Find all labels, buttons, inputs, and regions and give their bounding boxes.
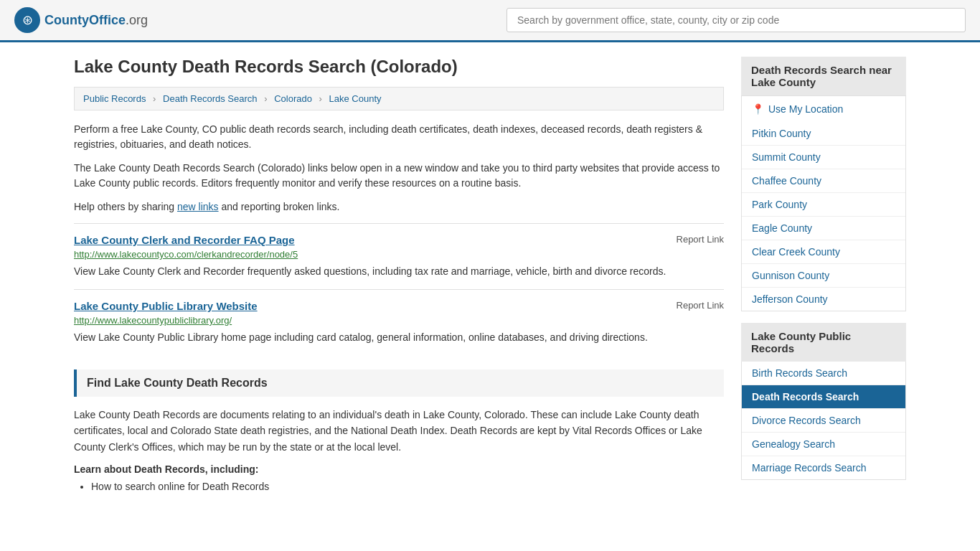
logo-icon: ⊛ [14, 7, 40, 33]
result-desc-1: View Lake County Clerk and Recorder freq… [74, 264, 724, 279]
breadcrumb-sep-1: › [153, 93, 156, 104]
sidebar-item-summit[interactable]: Summit County [742, 146, 905, 169]
list-item: Jefferson County [742, 288, 905, 311]
result-url-2[interactable]: http://www.lakecountypubliclibrary.org/ [74, 315, 724, 326]
result-item-1: Lake County Clerk and Recorder FAQ Page … [74, 223, 724, 289]
learn-list: How to search online for Death Records [74, 481, 724, 492]
breadcrumb-link-lake-county[interactable]: Lake County [329, 93, 382, 104]
breadcrumb-link-death-records[interactable]: Death Records Search [163, 93, 258, 104]
result-link-2[interactable]: Lake County Public Library Website [74, 300, 258, 312]
description-3: Help others by sharing new links and rep… [74, 199, 724, 215]
sidebar: Death Records Search near Lake County 📍 … [741, 57, 906, 495]
breadcrumb-link-colorado[interactable]: Colorado [274, 93, 312, 104]
list-item: Gunnison County [742, 264, 905, 288]
find-section-heading: Find Lake County Death Records [74, 369, 724, 397]
nearby-county-list: Pitkin County Summit County Chaffee Coun… [741, 122, 906, 311]
search-bar [507, 8, 966, 32]
use-my-location-button[interactable]: 📍 Use My Location [741, 95, 906, 122]
desc3-pre: Help others by sharing [74, 201, 177, 212]
list-item: Park County [742, 193, 905, 217]
sidebar-item-chaffee[interactable]: Chaffee County [742, 169, 905, 192]
location-icon: 📍 [752, 103, 764, 115]
list-item: Birth Records Search [742, 362, 905, 385]
result-item-2: Lake County Public Library Website Repor… [74, 289, 724, 355]
learn-item-1: How to search online for Death Records [91, 481, 724, 492]
sidebar-item-park[interactable]: Park County [742, 193, 905, 216]
list-item: Divorce Records Search [742, 409, 905, 433]
sidebar-item-eagle[interactable]: Eagle County [742, 217, 905, 240]
result-link-1[interactable]: Lake County Clerk and Recorder FAQ Page [74, 234, 295, 246]
breadcrumb: Public Records › Death Records Search › … [74, 87, 724, 110]
result-url-1[interactable]: http://www.lakecountyco.com/clerkandreco… [74, 249, 724, 260]
learn-heading: Learn about Death Records, including: [74, 463, 724, 475]
description-2: The Lake County Death Records Search (Co… [74, 161, 724, 191]
result-report-1[interactable]: Report Link [677, 234, 724, 245]
sidebar-item-death[interactable]: Death Records Search [742, 385, 905, 408]
result-desc-2: View Lake County Public Library home pag… [74, 330, 724, 345]
list-item: Genealogy Search [742, 433, 905, 456]
list-item: Eagle County [742, 217, 905, 240]
sidebar-item-jefferson[interactable]: Jefferson County [742, 288, 905, 311]
breadcrumb-sep-3: › [319, 93, 322, 104]
sidebar-public-records-title: Lake County Public Records [741, 323, 906, 362]
list-item: Clear Creek County [742, 240, 905, 264]
logo[interactable]: ⊛ CountyOffice.org [14, 7, 148, 33]
sidebar-nearby-title: Death Records Search near Lake County [741, 57, 906, 95]
list-item: Death Records Search [742, 385, 905, 409]
content-wrapper: Lake County Death Records Search (Colora… [60, 42, 920, 509]
list-item: Pitkin County [742, 122, 905, 146]
desc3-post: and reporting broken links. [219, 201, 340, 212]
find-section-body: Lake County Death Records are documents … [74, 407, 724, 455]
list-item: Summit County [742, 146, 905, 169]
breadcrumb-sep-2: › [264, 93, 267, 104]
sidebar-item-pitkin[interactable]: Pitkin County [742, 122, 905, 145]
public-records-list: Birth Records Search Death Records Searc… [741, 362, 906, 480]
main-content: Lake County Death Records Search (Colora… [74, 57, 724, 495]
breadcrumb-link-public-records[interactable]: Public Records [83, 93, 146, 104]
result-header-1: Lake County Clerk and Recorder FAQ Page … [74, 234, 724, 246]
sidebar-item-genealogy[interactable]: Genealogy Search [742, 433, 905, 456]
sidebar-item-marriage[interactable]: Marriage Records Search [742, 456, 905, 479]
sidebar-item-clear-creek[interactable]: Clear Creek County [742, 240, 905, 263]
sidebar-item-birth[interactable]: Birth Records Search [742, 362, 905, 385]
list-item: Marriage Records Search [742, 456, 905, 479]
header: ⊛ CountyOffice.org [0, 0, 980, 42]
result-report-2[interactable]: Report Link [677, 300, 724, 311]
use-location-label: Use My Location [768, 103, 843, 115]
sidebar-item-gunnison[interactable]: Gunnison County [742, 264, 905, 287]
search-input[interactable] [507, 8, 966, 32]
sidebar-item-divorce[interactable]: Divorce Records Search [742, 409, 905, 432]
logo-text: CountyOffice.org [44, 13, 148, 28]
result-title-1: Lake County Clerk and Recorder FAQ Page [74, 234, 295, 246]
description-1: Perform a free Lake County, CO public de… [74, 122, 724, 152]
new-links-link[interactable]: new links [177, 201, 219, 212]
list-item: Chaffee County [742, 169, 905, 193]
page-title: Lake County Death Records Search (Colora… [74, 57, 724, 77]
result-title-2: Lake County Public Library Website [74, 300, 258, 312]
result-header-2: Lake County Public Library Website Repor… [74, 300, 724, 312]
